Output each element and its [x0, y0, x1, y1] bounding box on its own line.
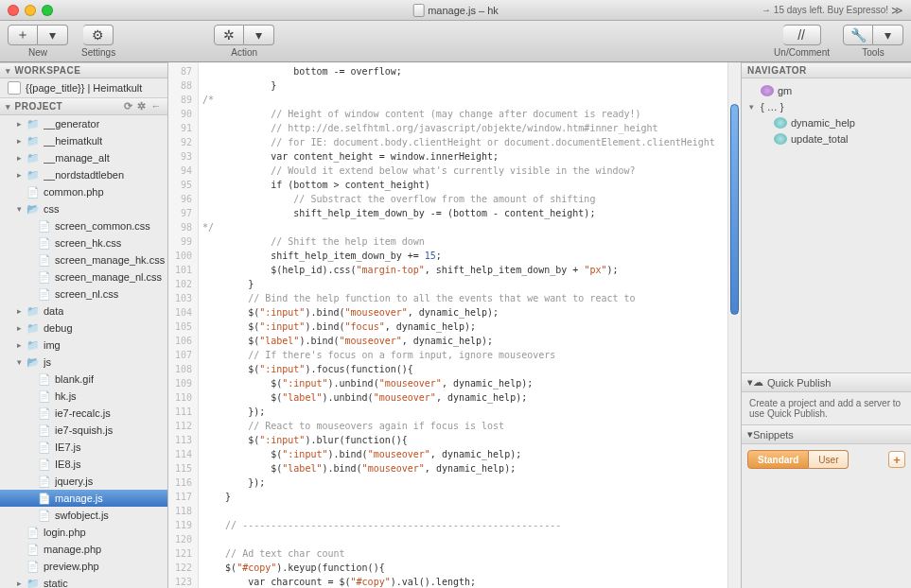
action-menu-button[interactable]: ▾ [244, 25, 274, 45]
navigator-item[interactable]: gm [749, 82, 903, 98]
project-section-header[interactable]: ▾ PROJECT ⟳ ✲ ← [0, 97, 167, 115]
navigator-item[interactable]: update_total [749, 130, 903, 147]
minimize-window-button[interactable] [25, 5, 36, 16]
project-tree-item[interactable]: hk.js [0, 388, 167, 405]
folder-icon [26, 355, 40, 369]
vertical-scrollbar[interactable] [727, 62, 741, 588]
project-tree-item[interactable]: IE7.js [0, 439, 167, 456]
settings-button[interactable]: ⚙ [83, 25, 114, 45]
disclosure-arrow-icon: ▸ [17, 579, 26, 588]
chevron-down-icon: ▾ [6, 66, 11, 76]
navigator-item-label: gm [778, 85, 792, 96]
quick-publish-header[interactable]: ▾ ☁ Quick Publish [742, 373, 911, 392]
right-sidebar: NAVIGATOR gm▾{ … }dynamic_helpupdate_tot… [741, 62, 911, 588]
project-tree-item[interactable]: screen_manage_hk.css [0, 251, 167, 268]
project-tree-item[interactable]: ▸debug [0, 320, 167, 337]
project-tree-item[interactable]: ▸__generator [0, 115, 167, 132]
quick-publish-body: Create a project and add a server to use… [742, 392, 911, 424]
project-tree-item[interactable]: preview.php [0, 558, 167, 575]
project-tree-item[interactable]: ▾css [0, 200, 167, 217]
trial-notice[interactable]: → 15 days left. Buy Espresso! [762, 5, 888, 15]
file-icon [26, 543, 40, 556]
project-tree-item[interactable]: screen_common.css [0, 217, 167, 234]
code-content[interactable]: bottom -= overflow; }/* // Height of win… [199, 62, 741, 588]
project-tree-item[interactable]: IE8.js [0, 456, 167, 473]
gear-icon[interactable]: ✲ [137, 100, 147, 112]
close-window-button[interactable] [8, 5, 19, 16]
file-icon [38, 406, 51, 420]
project-tree-item[interactable]: screen_manage_nl.css [0, 268, 167, 285]
project-tree-item[interactable]: ▾js [0, 354, 167, 371]
project-tree-item[interactable]: manage.php [0, 541, 167, 558]
add-snippet-button[interactable]: + [888, 451, 905, 468]
zoom-window-button[interactable] [42, 5, 53, 16]
tools-menu-button[interactable]: ▾ [873, 25, 903, 45]
project-tree-item[interactable]: login.php [0, 524, 167, 541]
refresh-icon[interactable]: ⟳ [124, 100, 133, 112]
folder-icon [26, 134, 40, 147]
project-tree-item[interactable]: common.php [0, 183, 167, 200]
project-tree-item[interactable]: ▸data [0, 303, 167, 320]
disclosure-arrow-icon: ▸ [17, 170, 26, 180]
project-tree-item[interactable]: blank.gif [0, 371, 167, 388]
file-icon [38, 475, 51, 488]
project-tree-item[interactable]: ▸__nordstadtleben [0, 166, 167, 183]
project-tree-item[interactable]: ie7-recalc.js [0, 405, 167, 422]
traffic-lights [8, 5, 53, 16]
new-document-button[interactable]: ＋ [8, 25, 38, 45]
file-icon [38, 372, 51, 386]
file-icon [38, 424, 51, 437]
workspace-section-header[interactable]: ▾ WORKSPACE [0, 62, 167, 78]
snippet-tab-user[interactable]: User [809, 450, 849, 469]
action-button[interactable]: ✲ [214, 25, 244, 45]
main-toolbar: ＋ ▾ New ⚙ Settings ✲ ▾ Action // Un/Comm… [0, 21, 911, 62]
folder-icon [26, 168, 40, 182]
navigator-item[interactable]: ▾{ … } [749, 98, 903, 114]
tree-item-label: data [44, 305, 63, 317]
tree-item-label: css [44, 203, 60, 215]
project-tree-item[interactable]: ▸static [0, 575, 167, 588]
project-tree-item[interactable]: screen_hk.css [0, 234, 167, 251]
action-label: Action [231, 47, 257, 58]
project-tree-item[interactable]: manage.js [0, 490, 167, 507]
workspace-item[interactable]: {{page_title}} | Heimatkult [0, 78, 167, 97]
quick-publish-header-label: Quick Publish [767, 377, 831, 389]
file-icon [38, 270, 51, 284]
tree-item-label: common.php [44, 186, 104, 198]
snippet-tab-standard[interactable]: Standard [747, 450, 809, 469]
uncomment-button[interactable]: // [783, 25, 821, 45]
project-tree-item[interactable]: jquery.js [0, 473, 167, 490]
tree-item-label: __nordstadtleben [44, 169, 124, 181]
new-document-menu-button[interactable]: ▾ [38, 25, 68, 45]
chevron-icon: ▾ [749, 102, 761, 112]
project-tree-item[interactable]: ie7-squish.js [0, 422, 167, 439]
snippets-header[interactable]: ▾ Snippets [742, 425, 911, 444]
folder-icon [26, 151, 40, 164]
tree-item-label: IE8.js [55, 458, 81, 470]
tree-item-label: IE7.js [55, 441, 81, 453]
tree-item-label: img [44, 339, 61, 351]
tools-button[interactable]: 🔧 [843, 25, 873, 45]
project-tree-item[interactable]: screen_nl.css [0, 285, 167, 303]
project-tree-item[interactable]: ▸__manage_alt [0, 149, 167, 166]
folder-icon [26, 117, 40, 130]
tree-item-label: static [44, 578, 68, 588]
folder-icon [26, 577, 40, 588]
project-tree-item[interactable]: ▸__heimatkult [0, 132, 167, 149]
navigator-item-label: update_total [791, 133, 849, 145]
titlebar-more-icon[interactable]: ≫ [891, 4, 903, 17]
tree-item-label: screen_hk.css [55, 237, 121, 249]
line-number-gutter: 8788899091929394959697989910010110210310… [168, 62, 199, 588]
scrollbar-thumb[interactable] [730, 104, 739, 314]
main-area: ▾ WORKSPACE {{page_title}} | Heimatkult … [0, 62, 911, 588]
project-tree-item[interactable]: swfobject.js [0, 507, 167, 524]
snippet-tabs: Standard User + [742, 444, 911, 475]
navigator-item-label: dynamic_help [791, 117, 855, 129]
file-icon [26, 526, 40, 539]
code-editor[interactable]: 8788899091929394959697989910010110210310… [168, 62, 741, 588]
project-tree-item[interactable]: ▸img [0, 337, 167, 354]
tree-item-label: preview.php [44, 561, 99, 572]
navigator-item[interactable]: dynamic_help [749, 114, 903, 130]
navigator-section-header[interactable]: NAVIGATOR [742, 62, 911, 78]
arrow-icon[interactable]: ← [151, 100, 163, 112]
